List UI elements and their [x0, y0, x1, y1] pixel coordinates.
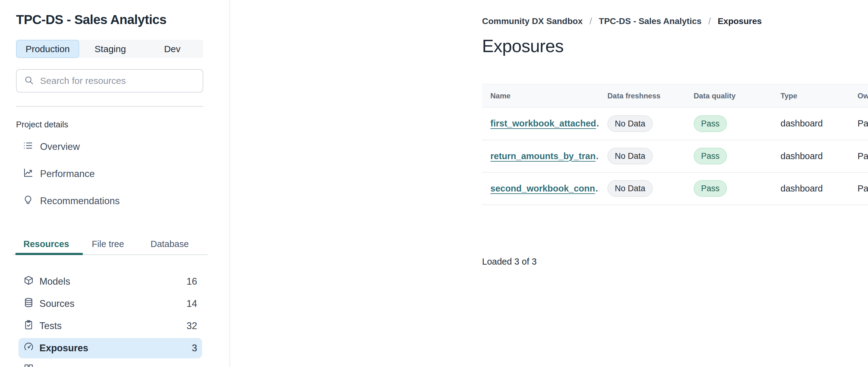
exposure-name-link[interactable]: second_workbook_conn — [490, 184, 595, 193]
cube-icon — [23, 275, 34, 288]
loaded-status: Loaded 3 of 3 — [482, 257, 536, 267]
table-row: return_amounts_by_tran… No Data Pass das… — [482, 140, 868, 172]
project-details-heading: Project details — [16, 120, 68, 130]
sidebar-item-sources[interactable]: Sources 14 — [19, 293, 202, 314]
sidebar-item-tests[interactable]: Tests 32 — [19, 316, 202, 336]
column-header-freshness: Data freshness — [599, 84, 685, 108]
active-tab-underline — [16, 253, 83, 255]
column-header-quality: Data quality — [685, 84, 772, 108]
table-row: second_workbook_conn… No Data Pass dashb… — [482, 172, 868, 205]
database-icon — [23, 297, 34, 310]
chart-line-icon — [23, 167, 33, 180]
table-header-row: Name Data freshness Data quality Type Ow… — [482, 84, 868, 108]
type-cell: dashboard — [772, 140, 849, 172]
env-tab-production[interactable]: Production — [16, 40, 79, 58]
truncation-ellipsis: … — [596, 118, 599, 128]
page-title: Exposures — [482, 36, 564, 56]
sidebar-item-performance[interactable]: Performance — [16, 165, 203, 182]
clipboard-check-icon — [23, 319, 34, 333]
sidebar-item-models[interactable]: Models 16 — [19, 272, 202, 292]
breadcrumb-separator: / — [590, 16, 592, 27]
sidebar-item-label: Overview — [40, 141, 80, 152]
sidebar-item-overview[interactable]: Overview — [16, 138, 203, 156]
sidebar-item-exposures[interactable]: Exposures 3 — [19, 338, 202, 358]
resource-search — [16, 69, 203, 92]
environment-tabs: Production Staging Dev — [16, 40, 203, 58]
resource-count: 3 — [192, 343, 197, 354]
resource-count: 32 — [187, 320, 197, 332]
gauge-icon — [23, 342, 34, 355]
breadcrumb: Community DX Sandbox / TPC-DS - Sales An… — [482, 16, 762, 27]
main-content: Community DX Sandbox / TPC-DS - Sales An… — [230, 0, 868, 367]
owner-cell: Partner Engineering — [849, 172, 868, 205]
resource-count: 14 — [187, 298, 197, 309]
tab-database[interactable]: Database — [139, 236, 200, 252]
tab-file-tree[interactable]: File tree — [77, 236, 138, 252]
quality-badge: Pass — [694, 148, 727, 164]
column-header-owner: Owner — [849, 84, 868, 108]
sidebar-item-label: Exposures — [39, 343, 88, 354]
owner-cell: Partner Engineering — [849, 140, 868, 172]
list-icon — [23, 140, 33, 153]
exposures-table: Name Data freshness Data quality Type Ow… — [482, 84, 868, 205]
resource-count: 16 — [187, 276, 197, 287]
sidebar-item-label: Recommendations — [40, 196, 120, 207]
owner-cell: Partner Engineering — [849, 108, 868, 140]
resources-list: Models 16 Sources 14 — [19, 272, 202, 367]
type-cell: dashboard — [772, 172, 849, 205]
table-row: first_workbook_attached… No Data Pass da… — [482, 108, 868, 140]
sidebar-item-partial[interactable] — [19, 360, 202, 367]
project-title: TPC-DS - Sales Analytics — [16, 12, 166, 27]
freshness-badge: No Data — [608, 180, 653, 197]
sidebar-item-recommendations[interactable]: Recommendations — [16, 192, 203, 210]
sidebar-item-label: Performance — [40, 168, 95, 179]
sidebar: TPC-DS - Sales Analytics Production Stag… — [0, 0, 230, 367]
sidebar-divider — [16, 106, 203, 107]
project-details-nav: Overview Performance — [16, 138, 203, 219]
exposure-name-link[interactable]: return_amounts_by_tran — [490, 151, 596, 161]
column-header-type: Type — [772, 84, 849, 108]
sidebar-item-label: Models — [39, 276, 70, 287]
quality-badge: Pass — [694, 180, 727, 197]
grid-icon — [23, 363, 34, 367]
truncation-ellipsis: … — [595, 184, 599, 193]
column-header-name: Name — [482, 84, 599, 108]
search-input[interactable] — [40, 76, 195, 86]
lightbulb-icon — [23, 195, 33, 207]
env-tab-staging[interactable]: Staging — [79, 40, 141, 58]
sidebar-item-label: Sources — [39, 298, 74, 309]
search-icon — [24, 75, 34, 86]
type-cell: dashboard — [772, 108, 849, 140]
exposure-name-link[interactable]: first_workbook_attached — [490, 118, 596, 128]
breadcrumb-project[interactable]: TPC-DS - Sales Analytics — [599, 16, 702, 26]
explorer-screen: TPC-DS - Sales Analytics Production Stag… — [0, 0, 868, 367]
breadcrumb-current: Exposures — [718, 16, 762, 26]
truncation-ellipsis: … — [596, 151, 599, 161]
env-tab-dev[interactable]: Dev — [142, 40, 203, 58]
breadcrumb-account[interactable]: Community DX Sandbox — [482, 16, 583, 26]
freshness-badge: No Data — [608, 115, 653, 132]
quality-badge: Pass — [694, 115, 727, 132]
explorer-tabs: Resources File tree Database — [16, 236, 200, 252]
tab-resources[interactable]: Resources — [16, 236, 77, 252]
freshness-badge: No Data — [608, 148, 653, 164]
sidebar-item-label: Tests — [39, 320, 62, 332]
breadcrumb-separator: / — [708, 16, 711, 27]
